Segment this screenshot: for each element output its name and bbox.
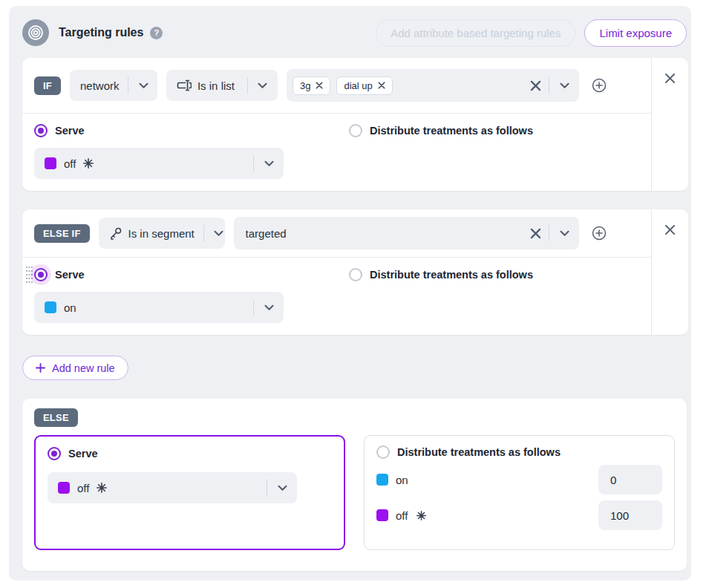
distribute-label: Distribute treatments as follows — [397, 446, 561, 458]
matcher-select[interactable]: Is in segment — [99, 218, 225, 249]
delete-rule-icon[interactable] — [662, 70, 679, 87]
rename-field-icon — [177, 79, 192, 91]
serve-label: Serve — [55, 125, 85, 137]
panel-header: Targeting rules ? Add attribute based ta… — [22, 18, 688, 48]
rule-side-column — [651, 58, 688, 191]
treatment-select-value: off — [64, 157, 76, 170]
radio-selected-icon — [48, 447, 61, 460]
treatment-select[interactable]: off — [34, 148, 284, 179]
targeting-rules-panel: Targeting rules ? Add attribute based ta… — [9, 6, 691, 581]
add-attribute-rules-button: Add attribute based targeting rules — [376, 19, 575, 47]
target-icon — [22, 19, 49, 46]
chevron-down-icon — [254, 160, 284, 167]
default-treatment-asterisk-icon — [96, 482, 108, 494]
chevron-down-icon — [254, 304, 284, 311]
radio-selected-icon — [34, 124, 48, 137]
radio-unselected-icon — [376, 445, 390, 459]
segment-input[interactable] — [234, 217, 527, 249]
if-badge: IF — [34, 76, 61, 95]
matcher-select[interactable]: Is in list — [166, 70, 278, 101]
rule-card-2: ELSE IF Is in segment — [22, 209, 688, 335]
else-badge: ELSE — [34, 408, 78, 427]
attribute-select[interactable]: network — [70, 70, 157, 101]
chip-remove-icon[interactable] — [378, 82, 385, 89]
serve-radio-option[interactable]: Serve — [48, 447, 332, 460]
chevron-down-icon[interactable] — [549, 230, 579, 237]
limit-exposure-button[interactable]: Limit exposure — [584, 19, 687, 47]
matcher-select-value: Is in segment — [128, 227, 195, 240]
treatment-off-swatch — [45, 157, 56, 169]
attribute-select-value: network — [80, 79, 120, 92]
segment-combobox — [234, 217, 579, 249]
add-condition-icon[interactable] — [588, 74, 610, 97]
delete-rule-icon[interactable] — [662, 221, 679, 238]
serve-label: Serve — [55, 269, 85, 281]
treatment-select[interactable]: off — [48, 472, 297, 503]
clear-segment-icon[interactable] — [527, 225, 544, 242]
treatment-name: off — [396, 509, 408, 522]
plus-icon — [36, 363, 45, 373]
distribute-radio-option[interactable]: Distribute treatments as follows — [349, 124, 533, 137]
treatment-select-value: on — [64, 301, 76, 314]
values-multiselect[interactable]: 3g dial up — [287, 69, 579, 102]
radio-unselected-icon — [349, 124, 362, 137]
default-treatment-asterisk-icon — [416, 510, 427, 521]
drag-handle[interactable] — [25, 265, 33, 287]
condition-row: IF network — [22, 58, 651, 113]
chevron-down-icon — [128, 82, 158, 89]
else-serve-panel: Serve off — [34, 435, 345, 550]
matcher-select-value: Is in list — [197, 79, 235, 92]
chevron-down-icon — [204, 230, 234, 237]
distribute-radio-option[interactable]: Distribute treatments as follows — [349, 268, 533, 281]
serve-area: Serve Distribute treatments as follows o… — [22, 258, 651, 335]
chevron-down-icon[interactable] — [549, 82, 579, 89]
chevron-down-icon — [248, 82, 278, 89]
treatment-off-swatch — [58, 482, 70, 494]
treatment-name: on — [396, 474, 408, 486]
default-treatment-asterisk-icon — [82, 157, 94, 169]
chip-label: dial up — [344, 80, 372, 91]
chevron-down-icon — [267, 485, 297, 491]
distribution-row: on — [376, 465, 662, 494]
percentage-input[interactable] — [598, 465, 662, 494]
add-new-rule-label: Add new rule — [52, 362, 115, 374]
distribution-row: off — [376, 500, 662, 530]
distribute-radio-option[interactable]: Distribute treatments as follows — [376, 445, 662, 459]
serve-label: Serve — [68, 448, 98, 460]
distribute-label: Distribute treatments as follows — [370, 125, 533, 137]
segment-key-icon — [109, 226, 123, 240]
serve-radio-option[interactable]: Serve — [34, 124, 349, 137]
treatment-off-swatch — [376, 509, 388, 521]
radio-unselected-icon — [349, 268, 362, 281]
else-if-badge: ELSE IF — [34, 224, 90, 243]
page-title: Targeting rules — [59, 26, 143, 39]
serve-area: Serve Distribute treatments as follows o… — [22, 114, 651, 191]
serve-radio-option[interactable]: Serve — [34, 268, 349, 281]
percentage-input[interactable] — [598, 500, 662, 530]
distribute-label: Distribute treatments as follows — [370, 269, 533, 281]
else-distribute-panel: Distribute treatments as follows on off — [364, 435, 675, 550]
rule-side-column — [651, 209, 688, 335]
else-rule-card: ELSE Serve off — [22, 399, 687, 571]
add-new-rule-button[interactable]: Add new rule — [22, 356, 128, 380]
radio-selected-icon — [34, 268, 48, 281]
condition-row: ELSE IF Is in segment — [22, 209, 651, 257]
chip-remove-icon[interactable] — [316, 82, 323, 89]
treatment-select-value: off — [77, 482, 89, 494]
add-condition-icon[interactable] — [588, 222, 610, 244]
help-icon[interactable]: ? — [150, 27, 163, 39]
treatment-on-swatch — [376, 474, 388, 486]
value-chip: 3g — [293, 76, 330, 95]
treatment-select[interactable]: on — [34, 292, 284, 323]
chip-label: 3g — [300, 80, 310, 91]
treatment-on-swatch — [45, 301, 56, 313]
header-actions: Add attribute based targeting rules Limi… — [376, 19, 687, 47]
value-chip: dial up — [336, 76, 392, 95]
clear-values-icon[interactable] — [527, 77, 544, 94]
rule-card-1: IF network — [22, 58, 688, 191]
